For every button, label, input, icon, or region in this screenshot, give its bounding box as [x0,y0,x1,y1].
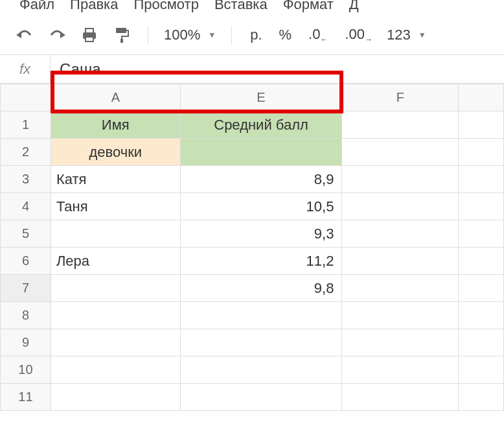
row-header[interactable]: 4 [1,193,51,220]
cell-G7[interactable] [459,275,504,302]
row-header[interactable]: 6 [1,248,51,275]
row-header[interactable]: 11 [1,384,51,411]
cell-F1[interactable] [342,111,459,139]
percent-button[interactable]: % [277,27,295,43]
cell-G3[interactable] [459,166,504,193]
redo-button[interactable] [47,25,67,45]
currency-button[interactable]: р. [247,27,264,43]
column-header-E[interactable]: E [180,84,342,111]
cell[interactable] [459,302,504,329]
cell[interactable] [459,329,504,356]
cell-F2[interactable] [342,139,459,166]
zoom-value: 100% [164,27,200,43]
row-header[interactable]: 10 [1,356,51,384]
cell[interactable] [180,302,342,329]
cell-A4[interactable]: Таня [51,193,180,220]
svg-rect-4 [120,39,123,43]
cell-E2[interactable] [180,139,342,166]
svg-rect-3 [116,28,126,33]
select-all-corner[interactable] [1,84,51,111]
row-header[interactable]: 3 [1,166,51,193]
cell-E3[interactable]: 8,9 [180,166,342,193]
increase-decimal-button[interactable]: .00→ [342,26,375,44]
cell[interactable] [180,329,342,356]
column-header-F[interactable]: F [342,84,459,111]
print-button[interactable] [79,25,100,45]
row-header[interactable]: 9 [1,329,51,356]
cell[interactable] [51,302,180,329]
decrease-decimal-button[interactable]: .0← [306,26,330,44]
cell-F3[interactable] [342,166,459,193]
cell-A6[interactable]: Лера [51,248,180,275]
cell[interactable] [459,356,504,384]
row-header[interactable]: 2 [1,139,51,166]
formula-input[interactable] [51,55,504,83]
svg-rect-2 [86,37,93,41]
menu-edit[interactable]: Правка [70,0,118,13]
cell-A1[interactable]: Имя [51,111,180,139]
chevron-down-icon: ▼ [208,30,216,40]
cell-G4[interactable] [459,193,504,220]
column-header-A[interactable]: A [51,84,180,111]
zoom-dropdown[interactable]: 100% ▼ [164,27,216,43]
cell-G6[interactable] [459,248,504,275]
cell[interactable] [342,384,459,411]
menu-insert[interactable]: Вставка [214,0,268,13]
spreadsheet-grid[interactable]: A E F 1 Имя Средний балл 2 девочки 3 Кат… [0,84,504,411]
cell-A7[interactable] [51,275,180,302]
cell-G2[interactable] [459,139,504,166]
cell-F6[interactable] [342,248,459,275]
chevron-down-icon: ▼ [418,30,426,40]
undo-button[interactable] [14,25,35,45]
svg-rect-1 [86,29,93,33]
cell-E4[interactable]: 10,5 [180,193,342,220]
row-header[interactable]: 7 [1,275,51,302]
toolbar-separator [148,26,148,44]
cell-F4[interactable] [342,193,459,220]
cell-F5[interactable] [342,220,459,248]
cell[interactable] [342,356,459,384]
cell-A3[interactable]: Катя [51,166,180,193]
toolbar-separator [231,26,232,44]
print-icon [82,28,97,42]
paint-roller-icon [115,27,129,43]
cell[interactable] [180,384,342,411]
cell[interactable] [342,302,459,329]
cell-G5[interactable] [459,220,504,248]
menu-format[interactable]: Формат [283,0,334,13]
cell-A5[interactable] [51,220,180,248]
cell-A2[interactable]: девочки [51,139,180,166]
menu-file[interactable]: Файл [19,0,54,13]
row-header[interactable]: 8 [1,302,51,329]
fx-label: fx [0,55,51,83]
paint-format-button[interactable] [111,25,132,45]
redo-icon [49,29,65,41]
row-header[interactable]: 5 [1,220,51,248]
menu-data[interactable]: Д [349,0,359,13]
menubar: Файл Правка Просмотр Вставка Формат Д [0,0,504,19]
cell[interactable] [459,384,504,411]
toolbar: 100% ▼ р. % .0← .00→ 123 ▼ [0,19,504,55]
menu-view[interactable]: Просмотр [133,0,198,13]
undo-icon [16,29,33,41]
cell-E6[interactable]: 11,2 [180,248,342,275]
cell[interactable] [51,329,180,356]
cell-G1[interactable] [459,111,504,139]
column-header-next[interactable] [459,84,504,111]
cell-E7[interactable]: 9,8 [180,275,342,302]
cell-F7[interactable] [342,275,459,302]
cell-E5[interactable]: 9,3 [180,220,342,248]
cell-E1[interactable]: Средний балл [180,111,342,139]
cell[interactable] [51,356,180,384]
number-format-dropdown[interactable]: 123 ▼ [387,27,426,43]
row-header[interactable]: 1 [1,111,51,139]
cell[interactable] [342,329,459,356]
cell[interactable] [180,356,342,384]
cell[interactable] [51,384,180,411]
formula-bar: fx [0,55,504,84]
